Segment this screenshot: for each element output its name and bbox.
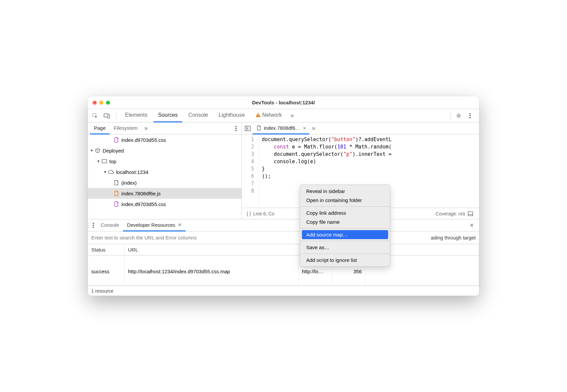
svg-rect-3 — [258, 114, 259, 116]
device-toolbar-icon[interactable] — [102, 111, 112, 121]
cube-icon — [95, 148, 101, 154]
svg-point-6 — [469, 113, 471, 114]
panel-toggle-icon[interactable] — [468, 211, 476, 216]
search-row: ading through target — [88, 231, 479, 244]
drawer-tab-dev-resources[interactable]: Developer Resources × — [123, 219, 186, 231]
col-url[interactable]: URL — [125, 244, 299, 255]
caret-icon: ▼ — [103, 170, 108, 174]
tab-sources[interactable]: Sources — [153, 109, 183, 122]
warning-icon — [255, 112, 261, 118]
menu-separator — [300, 228, 390, 228]
more-tabs-icon[interactable]: » — [288, 112, 297, 119]
zoom-window-button[interactable] — [106, 101, 110, 105]
svg-point-10 — [235, 128, 237, 129]
file-css-icon — [113, 201, 119, 207]
file-tree: index.d9703d55.css ▼ Deployed ▼ top ▼ lo… — [88, 134, 241, 219]
navigator-panel: Page Filesystem » index.d9703d55.css ▼ D… — [88, 122, 242, 219]
menu-item[interactable]: Copy link address — [300, 208, 390, 217]
navigator-more-icon[interactable]: » — [142, 125, 150, 132]
table-header: Status URL Error — [88, 244, 479, 256]
tree-file-css[interactable]: index.d9703d55.css — [88, 134, 241, 145]
window-title: DevTools - localhost:1234/ — [88, 100, 479, 105]
svg-point-7 — [469, 115, 471, 116]
editor-more-tabs-icon[interactable]: » — [309, 125, 318, 132]
devtools-window: DevTools - localhost:1234/ Elements Sour… — [88, 96, 479, 296]
drawer-kebab-icon[interactable] — [90, 223, 97, 228]
svg-point-17 — [93, 223, 94, 224]
titlebar: DevTools - localhost:1234/ — [88, 96, 479, 109]
tab-lighthouse[interactable]: Lighthouse — [214, 109, 249, 122]
svg-rect-12 — [102, 160, 107, 163]
main-tabs: Elements Sources Console Lighthouse Netw… — [120, 109, 297, 122]
close-drawer-tab-icon[interactable]: × — [178, 221, 182, 228]
svg-point-8 — [469, 117, 471, 118]
svg-point-9 — [235, 126, 237, 127]
svg-point-11 — [235, 130, 237, 131]
navigator-kebab-icon[interactable] — [233, 126, 239, 131]
menu-item[interactable]: Save as… — [300, 243, 390, 252]
tree-file-css[interactable]: index.d9703d55.css — [88, 199, 241, 209]
svg-rect-15 — [468, 212, 473, 216]
menu-separator — [300, 206, 390, 207]
close-window-button[interactable] — [93, 101, 97, 105]
resources-table: Status URL Error success http://localhos… — [88, 244, 479, 286]
col-status[interactable]: Status — [88, 244, 125, 255]
toggle-sidebar-icon[interactable] — [243, 123, 252, 133]
cursor-position: Line 6, Co — [253, 211, 274, 216]
sources-panel: Page Filesystem » index.d9703d55.css ▼ D… — [88, 122, 479, 219]
menu-item[interactable]: Add source map… — [302, 230, 388, 239]
minimize-window-button[interactable] — [99, 101, 103, 105]
editor-tabs: index.7808df6… × » — [242, 122, 479, 134]
navigator-tab-filesystem[interactable]: Filesystem — [110, 122, 142, 134]
line-gutter: 12345678 — [242, 134, 259, 208]
tree-deployed[interactable]: ▼ Deployed — [88, 145, 241, 156]
svg-rect-2 — [108, 115, 110, 118]
file-css-icon — [113, 137, 119, 143]
frame-icon — [101, 158, 107, 164]
menu-item[interactable]: Reveal in sidebar — [300, 187, 390, 196]
main-toolbar: Elements Sources Console Lighthouse Netw… — [88, 109, 479, 122]
coverage-label: Coverage: n/a — [436, 211, 465, 216]
menu-separator — [300, 241, 390, 241]
tab-network[interactable]: Network — [251, 109, 287, 122]
close-drawer-icon[interactable]: × — [466, 221, 477, 229]
svg-rect-13 — [245, 126, 250, 131]
svg-point-5 — [458, 115, 460, 117]
svg-point-19 — [93, 227, 94, 228]
svg-rect-4 — [258, 116, 259, 117]
caret-icon: ▼ — [90, 149, 95, 153]
navigator-tabs: Page Filesystem » — [88, 122, 241, 134]
tab-elements[interactable]: Elements — [120, 109, 152, 122]
context-menu: Reveal in sidebarOpen in containing fold… — [300, 185, 390, 267]
loading-label: ading through target — [428, 235, 479, 240]
inspect-element-icon[interactable] — [90, 111, 100, 121]
drawer-footer: 1 resource — [88, 286, 479, 296]
traffic-lights — [93, 101, 110, 105]
menu-separator — [300, 254, 390, 254]
menu-item[interactable]: Copy file name — [300, 217, 390, 226]
navigator-tab-page[interactable]: Page — [90, 122, 110, 134]
svg-point-18 — [93, 225, 94, 226]
settings-icon[interactable] — [454, 111, 464, 121]
tree-origin[interactable]: ▼ localhost:1234 — [88, 167, 241, 177]
file-icon — [256, 125, 262, 131]
drawer-tab-console[interactable]: Console — [97, 219, 123, 231]
drawer-tabs: Console Developer Resources × × — [88, 219, 479, 231]
menu-item[interactable]: Open in containing folder — [300, 196, 390, 205]
menu-item[interactable]: Add script to ignore list — [300, 256, 390, 265]
file-js-icon — [113, 190, 119, 196]
kebab-menu-icon[interactable] — [465, 111, 475, 121]
tree-file-js[interactable]: index.7808df6e.js — [88, 188, 241, 199]
file-icon — [113, 180, 119, 186]
caret-icon: ▼ — [97, 159, 101, 163]
close-tab-icon[interactable]: × — [303, 125, 306, 131]
tree-index[interactable]: (index) — [88, 177, 241, 188]
cloud-icon — [108, 169, 114, 175]
tree-top[interactable]: ▼ top — [88, 156, 241, 167]
table-row[interactable]: success http://localhost:1234/index.d970… — [88, 256, 479, 286]
format-icon[interactable]: { } — [244, 211, 253, 216]
tab-console[interactable]: Console — [184, 109, 213, 122]
editor-tab[interactable]: index.7808df6… × — [252, 122, 309, 134]
